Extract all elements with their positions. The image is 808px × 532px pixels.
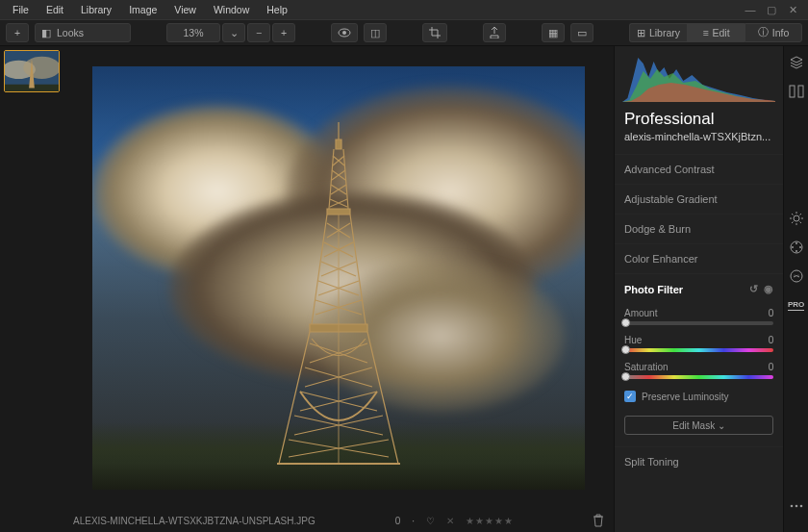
- svg-point-28: [795, 505, 797, 508]
- reject-icon[interactable]: ✕: [446, 516, 454, 526]
- svg-rect-9: [798, 86, 803, 97]
- detail-icon[interactable]: [788, 267, 805, 285]
- panel-item-adjustable-gradient[interactable]: Adjustable Gradient: [615, 184, 783, 214]
- zoom-value[interactable]: 13%: [166, 23, 220, 42]
- mode-tabs: ⊞ Library ≡ Edit ⓘ Info: [629, 23, 802, 42]
- zoom-in-button[interactable]: +: [272, 23, 295, 42]
- menubar: File Edit Library Image View Window Help…: [0, 0, 808, 19]
- svg-line-16: [799, 222, 801, 224]
- slider-hue[interactable]: Hue0: [624, 335, 773, 352]
- grid-view-button[interactable]: ▦: [542, 23, 565, 42]
- panel-item-split-toning[interactable]: Split Toning: [615, 446, 783, 476]
- close-button[interactable]: ✕: [787, 4, 798, 16]
- tab-edit-label: Edit: [713, 27, 730, 38]
- image-canvas[interactable]: [92, 66, 585, 490]
- maximize-button[interactable]: ▢: [766, 4, 777, 16]
- library-icon: ⊞: [637, 27, 645, 38]
- slider-saturation[interactable]: Saturation0: [624, 362, 773, 379]
- star-2[interactable]: ★: [475, 516, 484, 526]
- star-5[interactable]: ★: [504, 516, 513, 526]
- svg-rect-8: [790, 86, 795, 97]
- footer-filename: ALEXIS-MINCHELLA-WTSXKJBTZNA-UNSPLASH.JP…: [73, 516, 316, 526]
- window-controls: — ▢ ✕: [745, 4, 804, 16]
- menu-image[interactable]: Image: [120, 1, 165, 18]
- amount-thumb[interactable]: [621, 318, 630, 327]
- star-1[interactable]: ★: [466, 516, 474, 526]
- edit-panel: Professional alexis-minchella-wTSXKjBtzn…: [614, 46, 783, 532]
- single-view-button[interactable]: ▭: [570, 23, 593, 42]
- svg-point-23: [792, 246, 794, 248]
- preserve-luminosity-row[interactable]: ✓ Preserve Luminosity: [615, 389, 783, 412]
- tab-info[interactable]: ⓘ Info: [745, 23, 802, 42]
- favorite-icon[interactable]: ♡: [426, 516, 435, 526]
- edit-mask-button[interactable]: Edit Mask ⌄: [624, 416, 773, 435]
- add-button[interactable]: +: [6, 23, 29, 42]
- rating-stars[interactable]: ★ ★ ★ ★ ★: [466, 516, 513, 526]
- tab-library[interactable]: ⊞ Library: [629, 23, 687, 42]
- svg-line-17: [792, 222, 794, 224]
- trash-icon[interactable]: [593, 514, 604, 527]
- sat-thumb[interactable]: [621, 372, 630, 381]
- canvas-footer: ALEXIS-MINCHELLA-WTSXKJBTZNA-UNSPLASH.JP…: [63, 509, 614, 532]
- panel-title: Professional: [615, 106, 783, 131]
- looks-label: Looks: [57, 27, 84, 38]
- looks-button[interactable]: ◧ Looks: [35, 23, 131, 42]
- photo-filter-label: Photo Filter: [624, 284, 683, 295]
- svg-line-15: [792, 214, 794, 215]
- thumbnail-selected[interactable]: [4, 50, 60, 92]
- tab-edit[interactable]: ≡ Edit: [687, 23, 745, 42]
- sliders-icon: ≡: [702, 27, 708, 38]
- panel-item-advanced-contrast[interactable]: Advanced Contrast: [615, 154, 783, 184]
- slider-amount[interactable]: Amount0: [624, 308, 773, 325]
- thumbnail-image: [5, 51, 59, 91]
- svg-point-27: [790, 505, 793, 508]
- panel-item-photo-filter[interactable]: Photo Filter ↺ ◉: [615, 273, 783, 304]
- panel-item-color-enhancer[interactable]: Color Enhancer: [615, 243, 783, 273]
- export-button[interactable]: [483, 23, 506, 42]
- hue-value: 0: [769, 335, 774, 345]
- compare-icon[interactable]: [788, 83, 805, 100]
- photo-filter-controls: Amount0 Hue0 Saturation0: [615, 304, 783, 389]
- menu-file[interactable]: File: [4, 1, 38, 18]
- histogram[interactable]: [615, 46, 783, 106]
- filmstrip: [0, 46, 63, 532]
- menu-view[interactable]: View: [165, 1, 205, 18]
- reset-icon[interactable]: ↺: [749, 283, 758, 295]
- pro-badge[interactable]: PRO: [788, 296, 805, 314]
- zoom-group: 13% ⌄ − +: [166, 23, 295, 42]
- color-icon[interactable]: [788, 239, 805, 256]
- canvas-area: ALEXIS-MINCHELLA-WTSXKJBTZNA-UNSPLASH.JP…: [63, 46, 614, 532]
- panel-item-dodge-burn[interactable]: Dodge & Burn: [615, 214, 783, 243]
- tool-rail: PRO: [783, 46, 808, 532]
- menu-items: File Edit Library Image View Window Help: [4, 1, 296, 18]
- compare-button[interactable]: ◫: [364, 23, 387, 42]
- menu-edit[interactable]: Edit: [38, 1, 72, 18]
- svg-point-20: [795, 242, 797, 244]
- crop-icon: [429, 27, 441, 38]
- svg-point-10: [794, 215, 799, 221]
- layers-icon[interactable]: [788, 54, 805, 71]
- hue-label: Hue: [624, 335, 642, 345]
- menu-library[interactable]: Library: [72, 1, 120, 18]
- svg-point-21: [799, 246, 801, 248]
- star-4[interactable]: ★: [494, 516, 503, 526]
- hue-thumb[interactable]: [621, 345, 630, 354]
- svg-point-29: [799, 505, 802, 508]
- crop-button[interactable]: [422, 23, 447, 42]
- zoom-dropdown[interactable]: ⌄: [222, 23, 245, 42]
- amount-label: Amount: [624, 308, 657, 318]
- light-icon[interactable]: [788, 210, 805, 227]
- minimize-button[interactable]: —: [745, 4, 756, 16]
- more-icon[interactable]: [788, 497, 805, 515]
- menu-window[interactable]: Window: [205, 1, 258, 18]
- visibility-toggle-icon[interactable]: ◉: [764, 283, 773, 295]
- preview-toggle[interactable]: [331, 23, 358, 42]
- svg-point-26: [797, 275, 798, 276]
- footer-count: 0: [395, 516, 401, 526]
- zoom-out-button[interactable]: −: [247, 23, 270, 42]
- checkbox-icon[interactable]: ✓: [624, 391, 636, 402]
- menu-help[interactable]: Help: [258, 1, 296, 18]
- eye-icon: [338, 28, 351, 38]
- star-3[interactable]: ★: [485, 516, 493, 526]
- looks-icon: ◧: [41, 27, 51, 38]
